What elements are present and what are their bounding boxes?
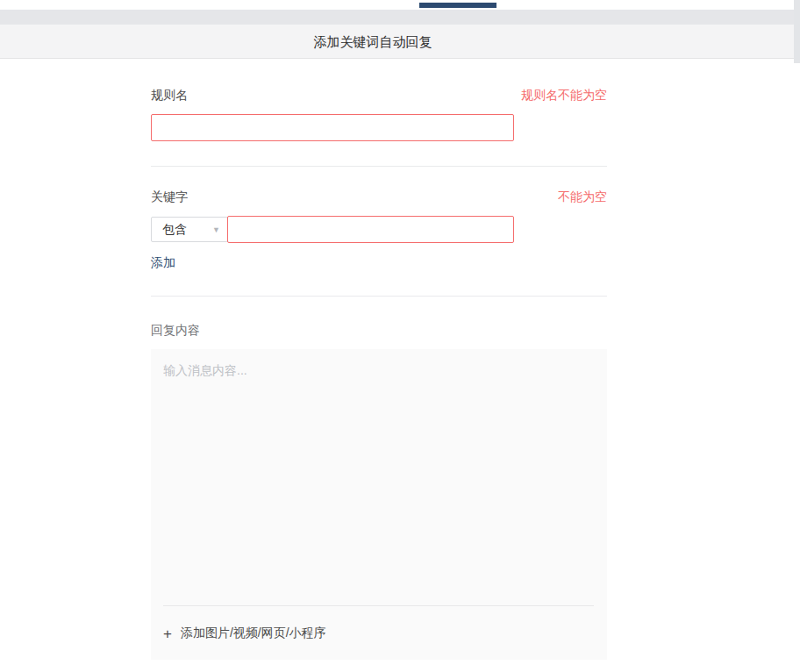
keyword-row: 关键字 不能为空 bbox=[151, 189, 607, 204]
page-header: 添加关键词自动回复 bbox=[0, 25, 800, 59]
attach-media-label: 添加图片/视频/网页/小程序 bbox=[181, 626, 326, 641]
reply-content-box: + 添加图片/视频/网页/小程序 bbox=[151, 349, 607, 660]
plus-icon: + bbox=[163, 626, 172, 641]
rule-name-row: 规则名 规则名不能为空 bbox=[151, 88, 607, 103]
rule-name-input[interactable] bbox=[151, 114, 514, 141]
reply-message-textarea[interactable] bbox=[151, 349, 607, 595]
rule-name-label: 规则名 bbox=[151, 88, 188, 104]
rule-name-error: 规则名不能为空 bbox=[521, 88, 607, 104]
section-divider bbox=[151, 296, 607, 297]
scrollbar-thumb[interactable] bbox=[794, 0, 800, 63]
attach-divider bbox=[163, 605, 594, 606]
attach-media-button[interactable]: + 添加图片/视频/网页/小程序 bbox=[163, 618, 326, 649]
active-tab-indicator[interactable] bbox=[419, 3, 496, 8]
top-tab-strip bbox=[0, 0, 800, 10]
keyword-input[interactable] bbox=[227, 216, 514, 243]
add-keyword-link[interactable]: 添加 bbox=[151, 255, 175, 271]
header-band bbox=[0, 10, 800, 25]
chevron-down-icon: ▼ bbox=[212, 225, 220, 234]
match-type-selected-value: 包含 bbox=[162, 222, 187, 238]
keyword-label: 关键字 bbox=[151, 189, 188, 205]
match-type-select[interactable]: 包含 ▼ bbox=[151, 217, 228, 242]
page-title: 添加关键词自动回复 bbox=[314, 34, 432, 49]
section-divider bbox=[151, 166, 607, 167]
keyword-error: 不能为空 bbox=[558, 189, 607, 205]
reply-content-label: 回复内容 bbox=[151, 323, 200, 339]
